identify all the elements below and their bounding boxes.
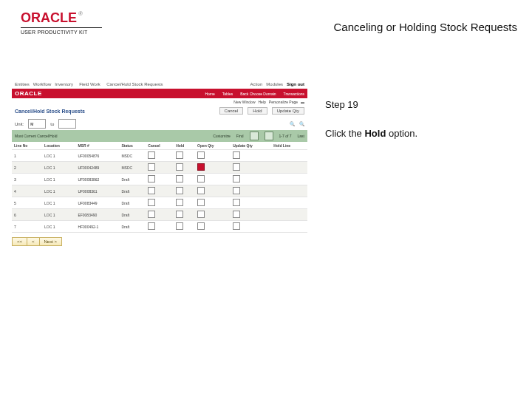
col-header: Update Qty [231, 142, 271, 150]
table-cell [146, 174, 174, 185]
table-cell: LOC 1 [42, 197, 75, 209]
filter-input[interactable] [58, 119, 76, 129]
shot-heading: Cancel/Hold Stock Requests [15, 109, 85, 114]
pager-prev[interactable]: < [27, 238, 40, 245]
checkbox[interactable] [148, 222, 155, 230]
table-cell [271, 221, 307, 233]
checkbox[interactable] [197, 151, 205, 159]
toolbar-link: Find [236, 134, 244, 138]
checkbox[interactable] [197, 175, 205, 183]
nav-item: Entities [15, 82, 30, 86]
table-cell [271, 197, 307, 209]
instr-bold: Hold [364, 128, 386, 139]
checkbox[interactable] [176, 175, 183, 183]
table-cell [146, 221, 174, 233]
nav-item: Action [250, 82, 263, 86]
table-cell [195, 185, 231, 197]
table-cell [231, 150, 271, 162]
pager-prev-all[interactable]: << [13, 238, 27, 245]
checkbox[interactable] [197, 211, 205, 218]
hold-button[interactable]: Hold [248, 107, 267, 115]
table-cell: HF000492-1 [75, 221, 119, 233]
cancel-button[interactable]: Cancel [219, 107, 244, 115]
checkbox[interactable] [176, 151, 183, 159]
tab: Back Choose Domain [240, 92, 276, 96]
checkbox[interactable] [176, 163, 183, 171]
table-cell [231, 185, 271, 197]
checkbox[interactable] [233, 151, 240, 159]
brand-subline: USER PRODUCTIVITY KIT [21, 30, 139, 35]
table-cell [231, 221, 271, 233]
signout-link: Sign out [287, 82, 304, 86]
checkbox[interactable] [176, 211, 183, 218]
shot-top-nav-left: Entities Workflow Inventory Field Work C… [15, 82, 163, 86]
checkbox[interactable] [233, 187, 240, 194]
table-cell: EF0083490 [75, 209, 119, 221]
tab: Tables [222, 92, 233, 96]
table-cell: Draft [119, 197, 146, 209]
lesson-title: Canceling or Holding Stock Requests [334, 21, 517, 33]
pager-bar[interactable]: << < Next > [12, 237, 62, 246]
table-cell: LOC 1 [42, 150, 75, 162]
toolbar-icon [265, 132, 273, 140]
embedded-screenshot: Entities Workflow Inventory Field Work C… [12, 80, 307, 265]
col-header: Status [119, 142, 146, 150]
table-cell [271, 185, 307, 197]
checkbox[interactable] [233, 175, 240, 183]
checkbox[interactable] [148, 187, 155, 194]
table-row: 7LOC 1HF000492-1Draft [12, 221, 307, 233]
table-cell [231, 197, 271, 209]
checkbox[interactable] [148, 175, 155, 183]
filter-input[interactable] [28, 119, 46, 129]
checkbox[interactable] [233, 199, 240, 206]
toolbar-last: Last [298, 134, 304, 138]
table-cell: Draft [119, 209, 146, 221]
instruction-panel: Step 19 Click the Hold option. [325, 99, 517, 140]
subbar-link: Personalize Page [269, 100, 298, 104]
checkbox[interactable] [176, 199, 183, 206]
filter-icon: 🔍 [299, 121, 304, 126]
nav-item: Cancel/Hold Stock Requests [106, 82, 163, 86]
table-cell: LOC 1 [42, 209, 75, 221]
table-cell [195, 209, 231, 221]
shot-red-tabs: Home Tables Back Choose Domain Transacti… [205, 92, 304, 96]
hold-checkbox-highlighted[interactable] [197, 163, 205, 171]
toolbar-range: 1-7 of 7 [279, 134, 292, 138]
table-cell: Draft [119, 174, 146, 185]
shot-footer: << < Next > [12, 233, 307, 246]
checkbox[interactable] [148, 199, 155, 206]
table-cell [271, 150, 307, 162]
checkbox[interactable] [233, 222, 240, 230]
filter-label: to [50, 122, 54, 126]
table-cell: UF0083449 [75, 197, 119, 209]
checkbox[interactable] [197, 222, 205, 230]
checkbox[interactable] [148, 163, 155, 171]
checkbox[interactable] [148, 211, 155, 218]
checkbox[interactable] [233, 163, 240, 171]
update-qty-button[interactable]: Update Qty [272, 107, 304, 115]
table-cell [146, 197, 174, 209]
checkbox[interactable] [176, 187, 183, 194]
checkbox[interactable] [197, 199, 205, 206]
brand-word: ORACLE [21, 10, 77, 25]
checkbox[interactable] [197, 187, 205, 194]
table-cell [195, 162, 231, 174]
checkbox[interactable] [176, 222, 183, 230]
shot-brand: ORACLE [15, 90, 42, 97]
table-cell: 5 [12, 197, 42, 209]
nav-item: Modules [266, 82, 283, 86]
shot-heading-row: Cancel/Hold Stock Requests Cancel Hold U… [12, 106, 307, 117]
checkbox[interactable] [233, 211, 240, 218]
col-header: Line No [12, 142, 42, 150]
pager-next[interactable]: Next > [40, 238, 62, 245]
table-cell: 2 [12, 162, 42, 174]
table-cell [195, 174, 231, 185]
checkbox[interactable] [148, 151, 155, 159]
nav-item: Workflow [33, 82, 52, 86]
table-cell: MSDC [119, 150, 146, 162]
table-cell [195, 221, 231, 233]
table-cell [231, 162, 271, 174]
table-cell: Draft [119, 221, 146, 233]
table-cell [231, 209, 271, 221]
step-label: Step 19 [325, 99, 517, 110]
